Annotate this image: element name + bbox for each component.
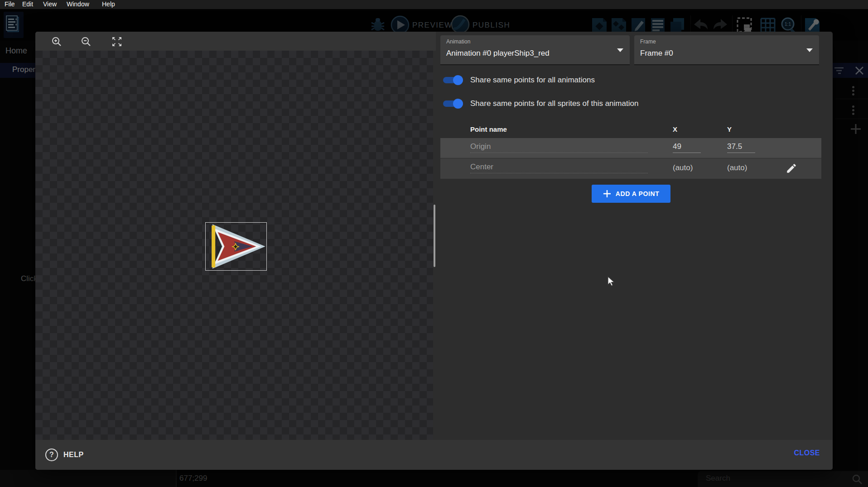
animation-select-label: Animation [446, 38, 470, 45]
menu-edit[interactable]: Edit [22, 0, 33, 8]
menu-help[interactable]: Help [102, 0, 115, 8]
table-row-origin[interactable] [440, 138, 821, 158]
menu-window[interactable]: Window [67, 0, 89, 8]
dialog-bottom-bar: ? HELP CLOSE [35, 440, 833, 470]
menu-view[interactable]: View [43, 0, 57, 8]
table-row-center[interactable]: (auto) (auto) [440, 158, 821, 179]
col-point-name: Point name [470, 125, 507, 133]
frame-select[interactable]: Frame Frame #0 [634, 35, 819, 65]
point-x-auto: (auto) [673, 163, 693, 172]
point-y-auto: (auto) [727, 163, 747, 172]
menu-bar: File Edit View Window Help [0, 0, 868, 9]
origin-crosshair-icon[interactable] [231, 242, 240, 251]
points-table-header: Point name X Y [440, 122, 821, 138]
edit-pencil-icon[interactable] [786, 162, 797, 174]
share-points-all-animations-row: Share same points for all animations [440, 72, 595, 89]
dropdown-caret-icon [806, 48, 813, 52]
share-points-all-sprites-toggle[interactable] [443, 100, 463, 107]
col-x: X [673, 125, 677, 133]
canvas-scrollbar[interactable] [434, 205, 435, 267]
sprite-selection-box[interactable] [205, 222, 267, 271]
point-name-field[interactable] [470, 142, 648, 153]
share-points-all-animations-toggle[interactable] [443, 76, 463, 84]
fullscreen-icon[interactable] [112, 37, 122, 47]
dropdown-caret-icon [617, 48, 623, 52]
col-y: Y [727, 125, 732, 133]
point-y-field[interactable] [727, 142, 755, 153]
frame-select-label: Frame [640, 38, 656, 45]
points-editor-dialog: Animation Animation #0 playerShip3_red F… [35, 32, 833, 470]
help-circle-icon: ? [45, 449, 58, 461]
add-point-label: ADD A POINT [616, 190, 660, 197]
share-points-all-sprites-row: Share same points for all sprites of thi… [440, 95, 638, 112]
add-plus-icon [603, 190, 611, 198]
toggle-label: Share same points for all sprites of thi… [470, 99, 638, 108]
point-name-field[interactable] [470, 162, 648, 173]
animation-select[interactable]: Animation Animation #0 playerShip3_red [440, 35, 630, 65]
zoom-out-icon[interactable] [81, 37, 91, 47]
animation-select-value: Animation #0 playerShip3_red [446, 49, 550, 58]
point-x-field[interactable] [673, 142, 701, 153]
help-label: HELP [63, 451, 84, 459]
add-point-button[interactable]: ADD A POINT [592, 185, 670, 203]
toggle-label: Share same points for all animations [470, 76, 595, 85]
zoom-in-icon[interactable] [52, 37, 62, 47]
menu-file[interactable]: File [5, 0, 15, 8]
close-button[interactable]: CLOSE [794, 449, 820, 457]
frame-select-value: Frame #0 [640, 49, 673, 58]
help-button[interactable]: ? HELP [45, 447, 84, 463]
canvas-toolbar [35, 32, 436, 51]
